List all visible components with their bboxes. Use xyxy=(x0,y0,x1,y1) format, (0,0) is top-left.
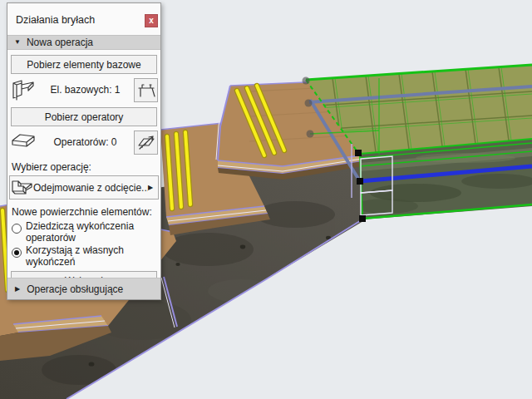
application-window: Działania bryłach x ▼ Nowa operacja Pobi… xyxy=(0,0,532,399)
radio-circle-icon[interactable] xyxy=(12,224,22,234)
section-label: Operacje obsługujące xyxy=(27,283,123,295)
chevron-down-icon: ▼ xyxy=(14,39,21,46)
radio-label-line: wykończeń xyxy=(26,256,75,268)
base-elements-row: El. bazowych: 1 xyxy=(10,77,158,102)
subtraction-operation-icon xyxy=(10,178,33,198)
base-elements-count: El. bazowych: 1 xyxy=(37,84,134,96)
chevron-right-icon: ▶ xyxy=(148,184,158,191)
radio-inherit-operator-finishes[interactable]: Dziedziczą wykończenia operatorów xyxy=(12,221,160,244)
section-new-operation[interactable]: ▼ Nowa operacja xyxy=(7,35,160,50)
show-base-elements-button[interactable] xyxy=(134,78,158,102)
new-surfaces-label: Nowe powierzchnie elementów: xyxy=(12,206,160,218)
operators-count: Operatorów: 0 xyxy=(37,136,134,148)
base-element-solid-icon xyxy=(10,78,37,101)
get-base-elements-button[interactable]: Pobierz elementy bazowe xyxy=(11,55,157,74)
arrow-parallelogram-icon xyxy=(137,134,155,150)
operator-solid-icon xyxy=(10,131,37,154)
solid-operations-palette: Działania bryłach x ▼ Nowa operacja Pobi… xyxy=(7,2,161,300)
section-supporting-operations[interactable]: ▶ Operacje obsługujące xyxy=(7,278,160,299)
section-label: Nowa operacja xyxy=(27,37,93,48)
surface-options-group: Dziedziczą wykończenia operatorów Korzys… xyxy=(12,221,160,268)
operation-dropdown[interactable]: Odejmowanie z odcięcie... ▶ xyxy=(9,175,159,200)
choose-operation-label: Wybierz operację: xyxy=(12,161,160,173)
close-icon[interactable]: x xyxy=(145,14,158,27)
radio-circle-selected-icon[interactable] xyxy=(12,248,22,258)
pick-operator-button[interactable] xyxy=(134,131,158,155)
chevron-right-icon: ▶ xyxy=(15,286,20,293)
radio-label-line: Korzystają z własnych xyxy=(26,244,124,256)
radio-label-line: operatorów xyxy=(26,232,76,244)
operation-dropdown-value: Odejmowanie z odcięcie... xyxy=(33,182,148,194)
table-icon xyxy=(137,81,155,98)
palette-title: Działania bryłach xyxy=(16,14,95,26)
operators-row: Operatorów: 0 xyxy=(10,130,158,155)
palette-titlebar[interactable]: Działania bryłach x xyxy=(7,3,160,35)
radio-label-line: Dziedziczą wykończenia xyxy=(26,220,134,232)
get-operators-button[interactable]: Pobierz operatory xyxy=(11,107,157,126)
radio-use-own-finishes[interactable]: Korzystają z własnych wykończeń xyxy=(12,245,160,268)
